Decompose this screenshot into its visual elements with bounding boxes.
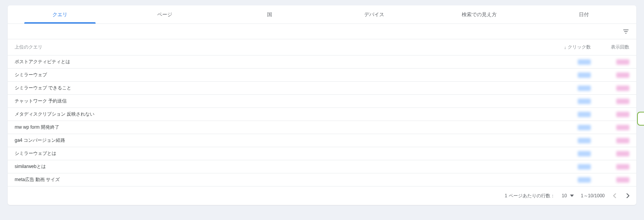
tab-query[interactable]: クエリ xyxy=(8,5,113,24)
impressions-cell xyxy=(591,164,629,170)
tab-label: 検索での見え方 xyxy=(462,11,497,18)
sort-arrow-down-icon: ↓ xyxy=(564,45,567,50)
pagination-range: 1～10/1000 xyxy=(581,193,605,199)
table-row[interactable]: meta広告 動画 サイズ xyxy=(8,173,636,186)
tab-label: ページ xyxy=(157,11,172,18)
clicks-cell xyxy=(552,164,591,170)
impressions-cell xyxy=(591,177,629,183)
clicks-value-redacted xyxy=(578,164,591,170)
impressions-cell xyxy=(591,112,629,117)
query-text: シミラーウェブ できること xyxy=(15,85,71,91)
clicks-cell xyxy=(552,86,591,91)
table-footer: 1 ページあたりの行数： 10 1～10/1000 xyxy=(8,186,636,205)
clicks-cell xyxy=(552,72,591,78)
rows-per-page-value: 10 xyxy=(562,193,567,198)
table-row[interactable]: mw wp form 開発終了 xyxy=(8,121,636,134)
tab-label: 国 xyxy=(267,11,272,18)
query-text: シミラーウェブ xyxy=(15,72,47,77)
clicks-cell xyxy=(552,177,591,183)
impressions-value-redacted xyxy=(616,86,629,91)
table-row[interactable]: シミラーウェブ できること xyxy=(8,82,636,95)
query-cell: similarwebとは xyxy=(15,163,552,170)
header-query-label: 上位のクエリ xyxy=(15,44,42,50)
query-text: similarwebとは xyxy=(15,164,46,169)
impressions-cell xyxy=(591,59,629,65)
impressions-value-redacted xyxy=(616,99,629,104)
clicks-value-redacted xyxy=(578,59,591,65)
query-text: ga4 コンバージョン経路 xyxy=(15,138,65,143)
clicks-cell xyxy=(552,138,591,143)
clicks-cell xyxy=(552,151,591,156)
side-badge[interactable] xyxy=(637,112,644,126)
clicks-value-redacted xyxy=(578,112,591,117)
table-row[interactable]: ポストアクティビティとは xyxy=(8,55,636,69)
query-cell: シミラーウェブ できること xyxy=(15,85,552,91)
dropdown-arrow-icon xyxy=(570,195,574,197)
impressions-value-redacted xyxy=(616,125,629,130)
clicks-cell xyxy=(552,99,591,104)
query-text: シミラーウェブとは xyxy=(15,151,56,156)
query-cell: メタディスクリプション 反映されない xyxy=(15,111,552,118)
impressions-cell xyxy=(591,151,629,156)
query-text: メタディスクリプション 反映されない xyxy=(15,111,94,117)
impressions-cell xyxy=(591,138,629,143)
impressions-value-redacted xyxy=(616,151,629,156)
table-row[interactable]: similarwebとは xyxy=(8,160,636,173)
table-row[interactable]: シミラーウェブ xyxy=(8,69,636,82)
impressions-cell xyxy=(591,99,629,104)
header-clicks[interactable]: ↓ クリック数 xyxy=(552,44,591,50)
query-cell: meta広告 動画 サイズ xyxy=(15,176,552,183)
tab-label: 日付 xyxy=(579,11,589,18)
table-row[interactable]: ga4 コンバージョン経路 xyxy=(8,134,636,147)
tab-device[interactable]: デバイス xyxy=(322,5,427,24)
impressions-value-redacted xyxy=(616,177,629,183)
impressions-cell xyxy=(591,72,629,78)
query-cell: シミラーウェブとは xyxy=(15,150,552,157)
rows-per-page-label: 1 ページあたりの行数： xyxy=(505,193,555,199)
clicks-value-redacted xyxy=(578,151,591,156)
tab-search-appearance[interactable]: 検索での見え方 xyxy=(427,5,531,24)
query-text: チャットワーク 予約送信 xyxy=(15,98,67,104)
query-cell: mw wp form 開発終了 xyxy=(15,124,552,131)
table-row[interactable]: メタディスクリプション 反映されない xyxy=(8,108,636,121)
clicks-cell xyxy=(552,59,591,65)
tab-date[interactable]: 日付 xyxy=(531,5,636,24)
tab-label: クエリ xyxy=(52,11,67,18)
header-clicks-label: クリック数 xyxy=(568,44,591,50)
rows-per-page-select[interactable]: 10 xyxy=(562,193,574,198)
clicks-value-redacted xyxy=(578,177,591,183)
next-page-button[interactable] xyxy=(625,192,631,200)
prev-page-button[interactable] xyxy=(612,192,618,200)
header-impressions-label: 表示回数 xyxy=(611,44,629,50)
table-body: ポストアクティビティとはシミラーウェブシミラーウェブ できることチャットワーク … xyxy=(8,55,636,186)
tab-country[interactable]: 国 xyxy=(217,5,322,24)
tab-page[interactable]: ページ xyxy=(113,5,217,24)
dimension-tabs: クエリ ページ 国 デバイス 検索での見え方 日付 xyxy=(8,5,636,24)
impressions-value-redacted xyxy=(616,59,629,65)
table-header: 上位のクエリ ↓ クリック数 表示回数 xyxy=(8,39,636,55)
clicks-value-redacted xyxy=(578,99,591,104)
clicks-cell xyxy=(552,112,591,117)
table-row[interactable]: チャットワーク 予約送信 xyxy=(8,95,636,108)
table-row[interactable]: シミラーウェブとは xyxy=(8,147,636,160)
impressions-value-redacted xyxy=(616,72,629,78)
header-query[interactable]: 上位のクエリ xyxy=(15,44,552,50)
query-text: ポストアクティビティとは xyxy=(15,59,70,64)
impressions-value-redacted xyxy=(616,112,629,117)
query-cell: ポストアクティビティとは xyxy=(15,59,552,65)
query-cell: チャットワーク 予約送信 xyxy=(15,98,552,104)
query-cell: シミラーウェブ xyxy=(15,72,552,78)
impressions-cell xyxy=(591,125,629,130)
clicks-value-redacted xyxy=(578,86,591,91)
clicks-value-redacted xyxy=(578,125,591,130)
clicks-value-redacted xyxy=(578,138,591,143)
search-console-table-card: クエリ ページ 国 デバイス 検索での見え方 日付 上位のクエリ ↓ クリック数… xyxy=(8,5,636,205)
query-text: mw wp form 開発終了 xyxy=(15,124,59,130)
header-impressions[interactable]: 表示回数 xyxy=(591,44,629,50)
filter-icon[interactable] xyxy=(622,28,629,35)
impressions-value-redacted xyxy=(616,138,629,143)
impressions-value-redacted xyxy=(616,164,629,170)
query-text: meta広告 動画 サイズ xyxy=(15,177,60,182)
impressions-cell xyxy=(591,86,629,91)
clicks-cell xyxy=(552,125,591,130)
